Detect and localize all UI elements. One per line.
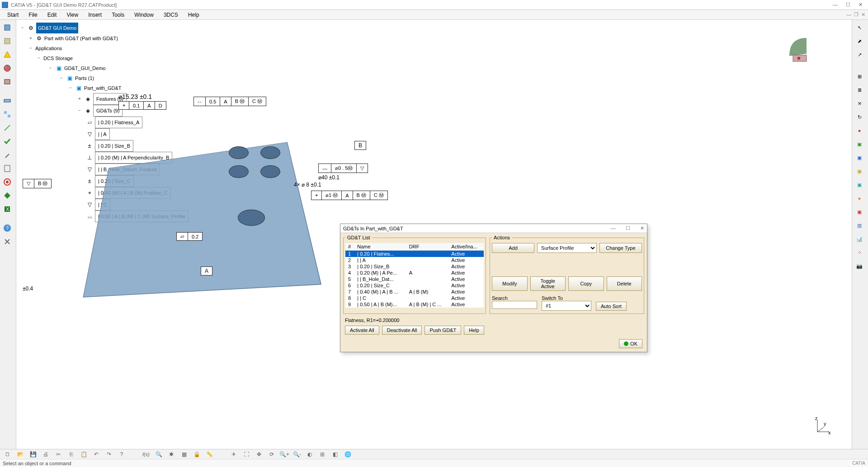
wildcard-icon[interactable]: ✱	[166, 450, 176, 458]
fcf-straightness[interactable]: — ⌀0 . 5Ⓜ ▽	[318, 163, 368, 173]
zoomout-icon[interactable]: 🔍-	[292, 450, 302, 458]
datum-b-label[interactable]: B	[354, 141, 366, 150]
redo2-icon[interactable]: ↷	[104, 450, 114, 458]
select-icon[interactable]: ↖	[853, 22, 866, 33]
fcf-flatness[interactable]: ▱ 0.2	[176, 232, 203, 241]
lock-icon[interactable]: 🔒	[192, 450, 202, 458]
table-row[interactable]: 7| 0.40 (M) | A | B ...A | B (M)Active	[345, 289, 484, 295]
fx-icon[interactable]: f(x)	[141, 450, 151, 458]
target-icon[interactable]	[1, 176, 14, 188]
print-icon[interactable]: 🖨	[41, 450, 51, 458]
excel-icon[interactable]: X	[1, 203, 14, 215]
menu-3dcs[interactable]: 3DCS	[159, 11, 183, 19]
maximize-icon[interactable]: ☐	[846, 2, 850, 8]
menu-window[interactable]: Window	[130, 11, 158, 19]
redgreen-icon[interactable]: ●	[853, 125, 866, 136]
menu-help[interactable]: Help	[184, 11, 204, 19]
activate-all-button[interactable]: Activate All	[345, 326, 379, 335]
tree-gdt-gui-demo[interactable]: GD&T_GUI_Demo	[64, 63, 106, 73]
deactivate-all-button[interactable]: Deactivate All	[382, 326, 422, 335]
close-icon[interactable]: ✕	[859, 2, 863, 8]
red2-icon[interactable]: ▣	[853, 206, 866, 218]
teal-icon[interactable]: ▣	[853, 179, 866, 191]
minimize-icon[interactable]: —	[833, 2, 838, 8]
menu-tools[interactable]: Tools	[107, 11, 129, 19]
add-button[interactable]: Add	[492, 243, 534, 253]
viewport-3d[interactable]: −⚙GD&T GUI Demo +⚙Part with GD&T (Part w…	[16, 20, 852, 449]
wrench-icon[interactable]	[1, 149, 14, 161]
multi-icon[interactable]: ⊞	[317, 450, 327, 458]
change-type-button[interactable]: Change Type	[599, 243, 642, 253]
fly-icon[interactable]: ✈	[229, 450, 239, 458]
green-icon[interactable]: ▣	[853, 138, 866, 150]
menu-insert[interactable]: Insert	[84, 11, 106, 19]
grid-icon[interactable]: ⊞	[853, 70, 866, 82]
diamond-icon[interactable]	[1, 190, 14, 201]
camera-icon[interactable]: 📷	[853, 260, 866, 272]
gdt-table[interactable]: # Name DRF Active/Ina... 1| 0.20 | Flatn…	[345, 243, 484, 308]
tree-part-with-gdt[interactable]: Part_with_GD&T	[84, 83, 122, 93]
fcf-position[interactable]: ⌖ ⌀1 Ⓜ A B Ⓜ C Ⓜ	[311, 191, 388, 200]
col-drf[interactable]: DRF	[406, 243, 449, 251]
menu-file[interactable]: File	[24, 11, 42, 19]
col-num[interactable]: #	[345, 243, 354, 251]
arrows-icon[interactable]: ⤧	[853, 98, 866, 109]
product-icon[interactable]	[1, 22, 14, 33]
axis-triad-icon[interactable]: zxy	[814, 417, 832, 436]
auto-sort-button[interactable]: Auto Sort	[596, 302, 627, 311]
blue-icon[interactable]: ▣	[853, 152, 866, 163]
ruler-icon[interactable]: 📏	[204, 450, 214, 458]
compass-icon[interactable]	[785, 29, 812, 56]
cube2-icon[interactable]	[1, 35, 14, 47]
save-icon[interactable]: 💾	[28, 450, 38, 458]
table-row[interactable]: 2| | AActive	[345, 257, 484, 263]
pan-icon[interactable]: ✥	[254, 450, 264, 458]
menu-view[interactable]: View	[62, 11, 83, 19]
table-row[interactable]: 6| 0.20 | Size_CActive	[345, 282, 484, 289]
table-row[interactable]: 9| 0.50 | A | B (M)...A | B (M) | C ...A…	[345, 301, 484, 308]
help-icon[interactable]: ?	[1, 222, 14, 234]
tree-part[interactable]: Part with GD&T (Part with GD&T)	[44, 33, 118, 43]
globe-icon[interactable]: 🌐	[343, 450, 353, 458]
modify-button[interactable]: Modify	[492, 276, 528, 291]
dialog-minimize-icon[interactable]: —	[611, 225, 616, 231]
redo-icon[interactable]: ↻	[853, 111, 866, 123]
palette-icon[interactable]	[1, 62, 14, 74]
table-row[interactable]: 4| 0.20 (M) | A Pe...AActive	[345, 270, 484, 276]
switch-dropdown[interactable]: #1	[542, 301, 591, 311]
constraints-icon[interactable]	[1, 95, 14, 107]
search-input[interactable]	[492, 301, 537, 309]
normal-icon[interactable]: ◐	[305, 450, 315, 458]
assembly-icon[interactable]	[1, 108, 14, 120]
yellow-icon[interactable]: ▣	[853, 165, 866, 177]
table-row[interactable]: 5| | B_Hole_Dat...Active	[345, 276, 484, 282]
search2-icon[interactable]: 🔍	[154, 450, 164, 458]
cursor2-icon[interactable]: ↗	[853, 49, 866, 61]
menu-edit[interactable]: Edit	[43, 11, 61, 19]
type-dropdown[interactable]: Surface Profile	[537, 243, 597, 253]
dots-icon[interactable]: ⁘	[853, 247, 866, 258]
layers-icon[interactable]: ≣	[853, 84, 866, 96]
check-icon[interactable]	[1, 135, 14, 147]
doc-close-icon[interactable]: ✕	[861, 12, 865, 18]
orange-icon[interactable]: ●	[853, 192, 866, 204]
sheet-icon[interactable]: ▦	[179, 450, 189, 458]
col-name[interactable]: Name	[354, 243, 406, 251]
fcf-left-datum[interactable]: ▽ B Ⓜ	[23, 179, 52, 188]
tree-root[interactable]: GD&T GUI Demo	[36, 23, 78, 33]
fit-icon[interactable]: ⛶	[241, 450, 251, 458]
dialog-close-icon[interactable]: ✕	[640, 225, 644, 231]
blue2-icon[interactable]: ▥	[853, 219, 866, 231]
tree-parts[interactable]: Parts (1)	[75, 73, 94, 83]
menu-start[interactable]: Start	[3, 11, 23, 19]
model-geometry[interactable]	[75, 115, 306, 309]
calc-icon[interactable]	[1, 163, 14, 174]
arrow-icon[interactable]: ⬈	[853, 35, 866, 47]
paste-icon[interactable]: 📋	[79, 450, 89, 458]
help-button[interactable]: Help	[464, 326, 484, 335]
copy-button[interactable]: Copy	[568, 276, 604, 291]
new-icon[interactable]: 🗋	[3, 450, 13, 458]
doc-restore-icon[interactable]: ❐	[854, 12, 859, 18]
delete-button[interactable]: Delete	[607, 276, 642, 291]
copy-icon[interactable]: ⎘	[66, 450, 76, 458]
